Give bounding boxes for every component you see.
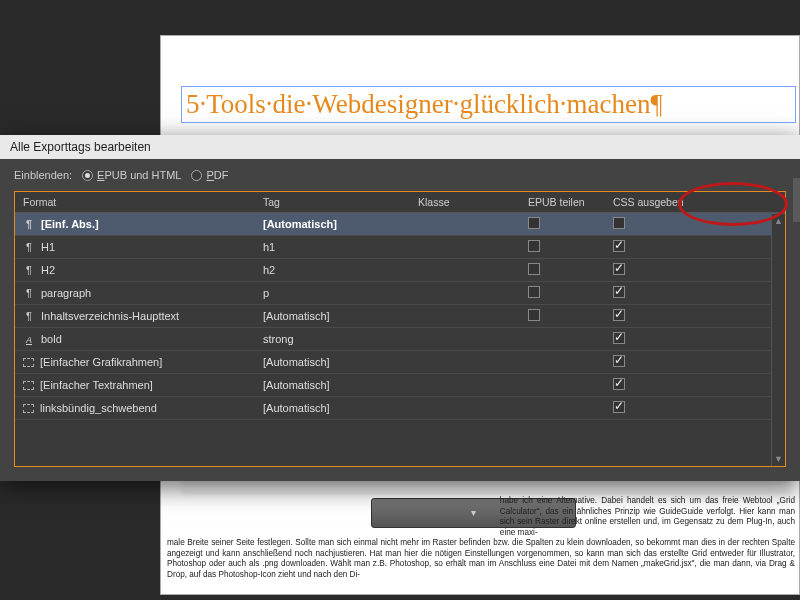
checkbox[interactable] <box>528 309 540 321</box>
klasse-cell[interactable] <box>410 236 520 259</box>
klasse-cell[interactable] <box>410 282 520 305</box>
checkbox[interactable] <box>613 378 625 390</box>
css-ausgeben-cell[interactable] <box>605 282 785 305</box>
css-ausgeben-cell[interactable] <box>605 259 785 282</box>
format-name: [Einfacher Grafikrahmen] <box>40 356 162 368</box>
checkbox[interactable] <box>613 355 625 367</box>
tag-cell[interactable]: [Automatisch] <box>255 305 410 328</box>
epub-teilen-cell[interactable] <box>520 236 605 259</box>
checkbox[interactable] <box>613 286 625 298</box>
format-name: bold <box>41 333 62 345</box>
character-style-icon <box>23 333 35 345</box>
css-ausgeben-cell[interactable] <box>605 328 785 351</box>
tag-cell[interactable]: strong <box>255 328 410 351</box>
dialog-side-buttons[interactable] <box>793 178 800 222</box>
paragraph-style-icon <box>23 241 35 253</box>
paragraph-style-icon <box>23 218 35 230</box>
object-style-icon <box>23 358 34 367</box>
filter-label: Einblenden: <box>14 169 72 181</box>
css-ausgeben-cell[interactable] <box>605 374 785 397</box>
table-row[interactable]: linksbündig_schwebend[Automatisch] <box>15 397 785 420</box>
epub-teilen-cell[interactable] <box>520 305 605 328</box>
tag-cell[interactable]: [Automatisch] <box>255 351 410 374</box>
table-row[interactable]: [Einf. Abs.][Automatisch] <box>15 213 785 236</box>
table-row[interactable]: Inhaltsverzeichnis-Haupttext[Automatisch… <box>15 305 785 328</box>
checkbox[interactable] <box>528 263 540 275</box>
radio-pdf[interactable]: PDF <box>191 169 228 181</box>
epub-teilen-cell[interactable] <box>520 328 605 351</box>
css-ausgeben-cell[interactable] <box>605 305 785 328</box>
page-body-text: habe ich eine Alternative. Dabei handelt… <box>161 496 800 580</box>
format-name: paragraph <box>41 287 91 299</box>
tag-cell[interactable]: p <box>255 282 410 305</box>
css-ausgeben-cell[interactable] <box>605 213 785 236</box>
object-style-icon <box>23 404 34 413</box>
checkbox[interactable] <box>528 217 540 229</box>
page-headline[interactable]: 5·Tools·die·Webdesigner·glücklich·machen… <box>181 86 796 123</box>
epub-teilen-cell[interactable] <box>520 351 605 374</box>
format-name: H2 <box>41 264 55 276</box>
filter-row: Einblenden: EPUB und HTML PDF <box>14 169 786 181</box>
tag-cell[interactable]: [Automatisch] <box>255 374 410 397</box>
klasse-cell[interactable] <box>410 397 520 420</box>
table-row[interactable]: [Einfacher Textrahmen][Automatisch] <box>15 374 785 397</box>
radio-epub-html[interactable]: EPUB und HTML <box>82 169 181 181</box>
checkbox[interactable] <box>613 332 625 344</box>
export-tags-dialog: Alle Exporttags bearbeiten Einblenden: E… <box>0 135 800 481</box>
col-header-css[interactable]: CSS ausgeben <box>605 192 785 213</box>
epub-teilen-cell[interactable] <box>520 397 605 420</box>
klasse-cell[interactable] <box>410 374 520 397</box>
dialog-title: Alle Exporttags bearbeiten <box>0 135 800 159</box>
col-header-tag[interactable]: Tag <box>255 192 410 213</box>
format-name: linksbündig_schwebend <box>40 402 157 414</box>
table-row[interactable]: H2h2 <box>15 259 785 282</box>
tag-cell[interactable]: [Automatisch] <box>255 397 410 420</box>
table-row[interactable]: paragraphp <box>15 282 785 305</box>
tag-cell[interactable]: h2 <box>255 259 410 282</box>
radio-dot-icon <box>191 170 202 181</box>
klasse-cell[interactable] <box>410 351 520 374</box>
checkbox[interactable] <box>528 240 540 252</box>
paragraph-style-icon <box>23 287 35 299</box>
checkbox[interactable] <box>613 401 625 413</box>
klasse-cell[interactable] <box>410 259 520 282</box>
epub-teilen-cell[interactable] <box>520 213 605 236</box>
tag-cell[interactable]: [Automatisch] <box>255 213 410 236</box>
table-row[interactable]: boldstrong <box>15 328 785 351</box>
table-row[interactable]: H1h1 <box>15 236 785 259</box>
checkbox[interactable] <box>613 240 625 252</box>
checkbox[interactable] <box>613 263 625 275</box>
epub-teilen-cell[interactable] <box>520 282 605 305</box>
col-header-format[interactable]: Format <box>15 192 255 213</box>
scroll-down-icon[interactable]: ▼ <box>772 452 785 466</box>
format-name: [Einf. Abs.] <box>41 218 99 230</box>
epub-teilen-cell[interactable] <box>520 259 605 282</box>
scroll-up-icon[interactable]: ▲ <box>772 214 785 228</box>
col-header-epub[interactable]: EPUB teilen <box>520 192 605 213</box>
radio-dot-icon <box>82 170 93 181</box>
epub-teilen-cell[interactable] <box>520 374 605 397</box>
checkbox[interactable] <box>613 217 625 229</box>
css-ausgeben-cell[interactable] <box>605 351 785 374</box>
paragraph-style-icon <box>23 264 35 276</box>
klasse-cell[interactable] <box>410 213 520 236</box>
checkbox[interactable] <box>613 309 625 321</box>
scrollbar[interactable]: ▲ ▼ <box>771 214 785 466</box>
format-name: [Einfacher Textrahmen] <box>40 379 153 391</box>
table-row[interactable]: [Einfacher Grafikrahmen][Automatisch] <box>15 351 785 374</box>
format-name: Inhaltsverzeichnis-Haupttext <box>41 310 179 322</box>
object-style-icon <box>23 381 34 390</box>
klasse-cell[interactable] <box>410 328 520 351</box>
css-ausgeben-cell[interactable] <box>605 397 785 420</box>
export-tags-table[interactable]: Format Tag Klasse EPUB teilen CSS ausgeb… <box>14 191 786 467</box>
tag-cell[interactable]: h1 <box>255 236 410 259</box>
css-ausgeben-cell[interactable] <box>605 236 785 259</box>
format-name: H1 <box>41 241 55 253</box>
col-header-klasse[interactable]: Klasse <box>410 192 520 213</box>
klasse-cell[interactable] <box>410 305 520 328</box>
paragraph-style-icon <box>23 310 35 322</box>
checkbox[interactable] <box>528 286 540 298</box>
